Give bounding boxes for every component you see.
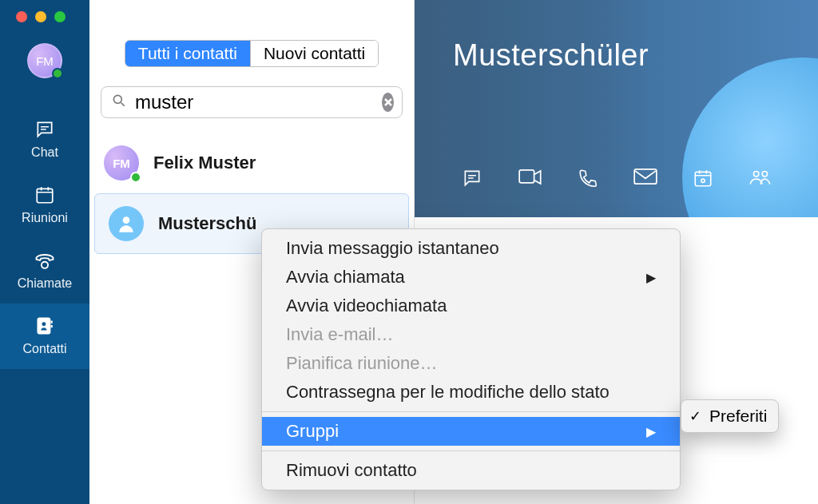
menu-watch-status[interactable]: Contrassegna per le modifiche dello stat…	[262, 378, 680, 407]
action-schedule[interactable]	[693, 168, 713, 192]
action-email[interactable]	[633, 168, 657, 192]
window-controls	[16, 0, 66, 42]
nav-meetings[interactable]: Riunioni	[0, 173, 89, 238]
svg-point-1	[42, 262, 48, 268]
user-avatar-initials: FM	[36, 54, 54, 68]
detail-actions	[461, 168, 772, 192]
svg-rect-0	[37, 189, 53, 202]
menu-start-call[interactable]: Avvia chiamata ▶	[262, 263, 680, 292]
svg-rect-9	[634, 169, 657, 184]
contact-row[interactable]: FM Felix Muster	[89, 133, 414, 193]
close-window-button[interactable]	[16, 11, 27, 22]
zoom-window-button[interactable]	[54, 11, 66, 22]
nav-label: Chat	[31, 145, 58, 160]
menu-schedule-meeting: Pianifica riunione…	[262, 349, 680, 378]
nav-label: Chiamate	[18, 276, 72, 291]
submenu-arrow-icon: ▶	[646, 424, 656, 439]
svg-point-11	[701, 179, 705, 182]
contact-detail-title: Musterschüler	[453, 38, 649, 73]
svg-point-6	[113, 95, 121, 103]
menu-groups[interactable]: Gruppi ▶	[262, 417, 680, 446]
svg-rect-8	[519, 170, 534, 183]
nav-calls[interactable]: Chiamate	[0, 238, 89, 304]
svg-rect-3	[51, 321, 53, 323]
detail-avatar-circle	[682, 58, 818, 217]
segment-new-contacts[interactable]: Nuovi contatti	[250, 41, 378, 66]
minimize-window-button[interactable]	[35, 11, 46, 22]
check-icon: ✓	[689, 407, 701, 425]
nav-chat[interactable]: Chat	[0, 107, 89, 173]
nav-label: Riunioni	[22, 211, 68, 225]
contact-avatar: FM	[104, 145, 139, 181]
contacts-icon	[34, 315, 56, 337]
calendar-icon	[34, 184, 56, 206]
menu-start-video[interactable]: Avvia videochiamata	[262, 292, 680, 320]
nav-label: Contatti	[22, 342, 66, 356]
segment-all-contacts[interactable]: Tutti i contatti	[125, 41, 250, 66]
search-input[interactable]	[135, 91, 374, 113]
svg-point-13	[762, 172, 767, 177]
detail-hero: Musterschüler	[415, 0, 818, 217]
nav-contacts[interactable]: Contatti	[0, 304, 89, 369]
menu-send-im[interactable]: Invia messaggio istantaneo	[262, 234, 680, 263]
action-call[interactable]	[578, 168, 598, 192]
phone-classic-icon	[34, 249, 56, 272]
sidebar: FM Chat Riunioni Chiamate Contatt	[0, 0, 89, 504]
contact-name: Felix Muster	[153, 153, 256, 173]
action-chat[interactable]	[461, 168, 483, 192]
submenu-arrow-icon: ▶	[646, 270, 656, 285]
user-avatar[interactable]: FM	[27, 43, 62, 78]
nav-items: Chat Riunioni Chiamate Contatti	[0, 107, 89, 369]
action-video[interactable]	[518, 168, 542, 192]
context-menu: Invia messaggio istantaneo Avvia chiamat…	[261, 228, 681, 490]
svg-point-5	[42, 322, 46, 326]
search-icon	[111, 93, 127, 112]
svg-point-12	[753, 172, 758, 177]
menu-remove-contact[interactable]: Rimuovi contatto	[262, 456, 680, 485]
svg-rect-4	[51, 325, 53, 327]
menu-separator	[262, 450, 680, 451]
svg-point-7	[123, 216, 130, 224]
submenu-item-favorites[interactable]: Preferiti	[709, 407, 767, 426]
contact-name: Musterschü	[158, 213, 256, 234]
presence-indicator	[130, 172, 141, 183]
menu-separator	[262, 411, 680, 412]
chat-icon	[34, 118, 56, 141]
contacts-filter-segment: Tutti i contatti Nuovi contatti	[125, 40, 379, 67]
contact-avatar	[109, 206, 144, 241]
presence-indicator	[52, 68, 63, 79]
action-group[interactable]	[749, 168, 772, 192]
search-field[interactable]	[101, 86, 403, 118]
clear-search-button[interactable]	[382, 93, 394, 112]
context-submenu: ✓ Preferiti	[681, 399, 779, 433]
menu-send-email: Invia e-mail…	[262, 320, 680, 349]
